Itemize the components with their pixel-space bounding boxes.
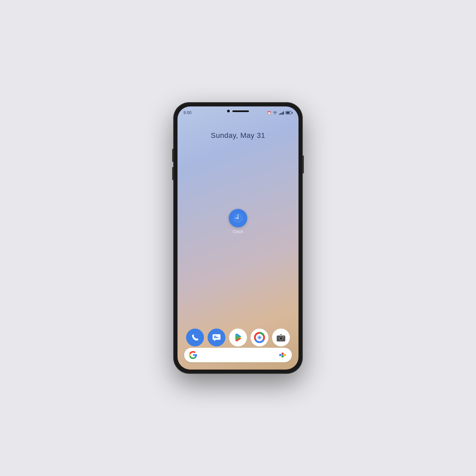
chrome-icon	[254, 332, 265, 343]
date-text: Sunday, May 31	[211, 131, 265, 139]
svg-point-0	[275, 114, 275, 114]
clock-app-icon[interactable]	[229, 209, 247, 227]
phone-icon	[190, 333, 200, 342]
speaker-grille	[232, 110, 249, 112]
dock-play-store-app[interactable]	[229, 329, 247, 346]
date-display: Sunday, May 31	[178, 131, 298, 140]
svg-point-18	[280, 338, 282, 339]
svg-point-14	[258, 337, 261, 339]
svg-rect-8	[214, 336, 217, 337]
dock-messages-app[interactable]	[208, 329, 225, 346]
google-assistant-icon[interactable]	[278, 350, 287, 360]
clock-face-svg	[232, 212, 244, 224]
volume-up-button[interactable]	[172, 149, 174, 162]
google-logo	[189, 351, 197, 359]
volume-down-button[interactable]	[172, 167, 174, 180]
svg-point-19	[283, 337, 284, 337]
messages-icon	[212, 333, 221, 342]
play-store-icon	[233, 332, 243, 343]
app-dock	[184, 329, 292, 346]
dock-chrome-app[interactable]	[251, 329, 268, 346]
svg-point-21	[279, 354, 282, 356]
svg-rect-6	[213, 334, 220, 340]
svg-point-25	[282, 354, 283, 356]
front-camera-area	[227, 110, 249, 112]
dock-phone-app[interactable]	[186, 329, 204, 346]
status-icons: ⏰	[267, 111, 293, 115]
alarm-icon: ⏰	[267, 111, 271, 115]
front-camera-dot	[227, 110, 230, 112]
phone-device: 9:00 ⏰	[174, 102, 302, 374]
clock-widget[interactable]: Clock	[229, 209, 247, 234]
svg-rect-9	[214, 337, 218, 338]
google-search-bar[interactable]	[184, 348, 292, 362]
wifi-icon	[273, 111, 277, 115]
battery-icon	[286, 111, 293, 114]
phone-screen: 9:00 ⏰	[178, 106, 298, 370]
status-time: 9:00	[183, 110, 192, 115]
camera-icon	[276, 333, 286, 342]
svg-point-5	[238, 218, 239, 219]
clock-app-label: Clock	[233, 229, 243, 234]
dock-camera-app[interactable]	[272, 329, 290, 346]
svg-point-23	[284, 354, 286, 356]
signal-icon	[279, 111, 284, 115]
